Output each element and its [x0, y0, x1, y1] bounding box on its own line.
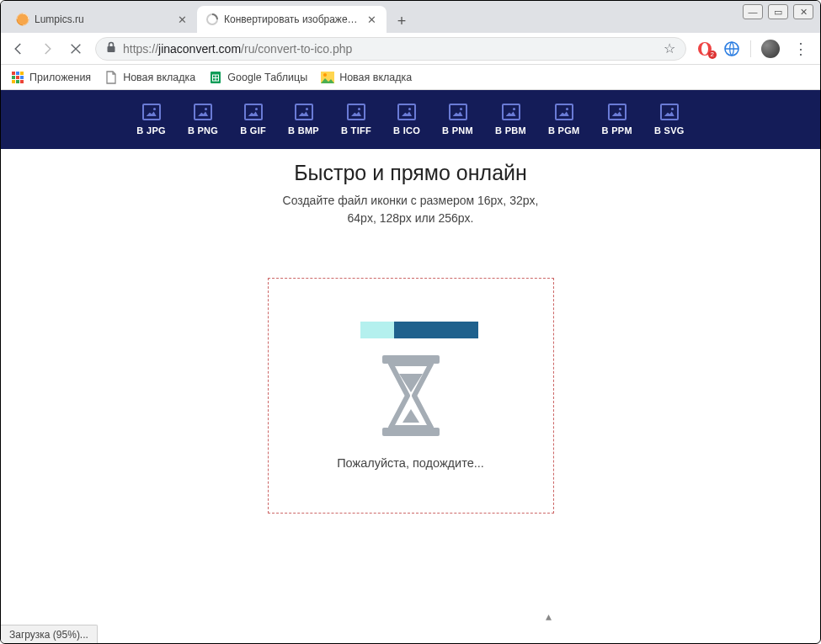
tab-title: Конвертировать изображения в — [224, 13, 360, 25]
format-label: В BMP — [288, 125, 319, 136]
opera-extension-icon[interactable]: 2 — [696, 40, 713, 57]
image-icon — [608, 104, 626, 120]
image-icon — [244, 104, 263, 120]
bookmark-label: Новая вкладка — [339, 72, 412, 83]
lock-icon — [106, 41, 116, 56]
status-bar: Загрузка (95%)... — [1, 625, 98, 643]
picture-icon — [321, 71, 334, 84]
svg-rect-8 — [20, 72, 24, 75]
window-maximize-button[interactable]: ▭ — [768, 4, 788, 19]
image-icon — [194, 104, 212, 120]
format-label: В ICO — [393, 125, 420, 136]
format-nav: В JPG В PNG В GIF В BMP В TIFF В ICO В P… — [1, 90, 820, 149]
format-link-pbm[interactable]: В PBM — [495, 104, 526, 136]
tab-title: Lumpics.ru — [35, 13, 171, 25]
status-text: Загрузка (95%)... — [9, 629, 88, 641]
scroll-hint-icon: ▴ — [546, 609, 552, 623]
svg-rect-2 — [108, 46, 115, 52]
wait-text: Пожалуйста, подождите... — [337, 456, 484, 470]
browser-tab[interactable]: Lumpics.ru ✕ — [8, 6, 197, 33]
address-bar: https://jinaconvert.com/ru/convert-to-ic… — [1, 33, 820, 65]
back-button[interactable] — [9, 40, 28, 58]
page-subhead: Создайте файл иконки с размером 16px, 32… — [1, 192, 820, 227]
format-label: В SVG — [654, 125, 685, 136]
svg-rect-12 — [12, 80, 15, 83]
forward-button — [38, 40, 56, 58]
page-content: В JPG В PNG В GIF В BMP В TIFF В ICO В P… — [1, 90, 820, 626]
bookmark-item[interactable]: Google Таблицы — [209, 71, 307, 84]
omnibox[interactable]: https://jinaconvert.com/ru/convert-to-ic… — [95, 37, 686, 61]
progress-indicator — [344, 322, 478, 338]
format-link-pnm[interactable]: В PNM — [442, 104, 473, 136]
apps-grid-icon — [11, 71, 24, 84]
format-link-tiff[interactable]: В TIFF — [341, 104, 371, 136]
bookmark-item[interactable]: Новая вкладка — [104, 71, 195, 84]
globe-extension-icon[interactable] — [723, 40, 740, 57]
svg-rect-9 — [12, 76, 15, 79]
image-icon — [449, 104, 467, 120]
svg-rect-14 — [20, 80, 24, 83]
bookmark-star-icon[interactable]: ☆ — [664, 40, 675, 56]
image-icon — [295, 104, 313, 120]
format-label: В PBM — [495, 125, 526, 136]
format-link-pgm[interactable]: В PGM — [548, 104, 580, 136]
format-label: В GIF — [240, 125, 266, 136]
format-label: В JPG — [136, 125, 166, 136]
image-icon — [502, 104, 520, 120]
hourglass-icon — [374, 354, 448, 438]
image-icon — [660, 104, 679, 120]
new-tab-button[interactable]: + — [390, 9, 413, 33]
tab-strip: Lumpics.ru ✕ Конвертировать изображения … — [1, 1, 820, 33]
svg-rect-11 — [20, 76, 24, 79]
bookmark-apps[interactable]: Приложения — [11, 71, 91, 84]
browser-tab[interactable]: Конвертировать изображения в ✕ — [197, 6, 387, 33]
format-link-bmp[interactable]: В BMP — [288, 104, 319, 136]
separator — [750, 40, 751, 57]
upload-drop-zone[interactable]: Пожалуйста, подождите... — [268, 278, 554, 514]
format-link-ppm[interactable]: В PPM — [602, 104, 632, 136]
format-label: В PPM — [602, 125, 632, 136]
bookmark-label: Новая вкладка — [123, 72, 195, 83]
format-label: В PNM — [442, 125, 473, 136]
profile-avatar[interactable] — [761, 40, 780, 58]
window-minimize-button[interactable]: — — [743, 4, 763, 19]
format-label: В PGM — [548, 125, 580, 136]
format-link-png[interactable]: В PNG — [188, 104, 218, 136]
url-text: https://jinaconvert.com/ru/convert-to-ic… — [123, 42, 657, 56]
svg-point-4 — [701, 43, 708, 55]
svg-rect-13 — [16, 80, 19, 83]
extension-icons: 2 ⋮ — [696, 40, 812, 58]
bookmark-label: Google Таблицы — [227, 72, 307, 83]
stop-reload-button[interactable] — [67, 40, 85, 58]
loading-spinner-icon — [205, 13, 219, 26]
favicon-lumpics-icon — [16, 13, 29, 26]
format-label: В PNG — [188, 125, 218, 136]
bookmark-label: Приложения — [29, 72, 91, 83]
format-link-jpg[interactable]: В JPG — [136, 104, 166, 136]
format-link-ico[interactable]: В ICO — [393, 104, 420, 136]
window-close-button[interactable]: ✕ — [793, 4, 813, 19]
format-link-gif[interactable]: В GIF — [240, 104, 266, 136]
svg-point-18 — [323, 73, 327, 77]
extension-badge: 2 — [708, 51, 717, 59]
bookmarks-bar: Приложения Новая вкладка Google Таблицы … — [1, 65, 820, 90]
tab-close-icon[interactable]: ✕ — [176, 12, 189, 28]
sheets-icon — [209, 71, 222, 84]
svg-rect-6 — [12, 72, 15, 75]
image-icon — [555, 104, 573, 120]
image-icon — [397, 104, 416, 120]
bookmark-item[interactable]: Новая вкладка — [321, 71, 412, 84]
tab-close-icon[interactable]: ✕ — [365, 12, 378, 28]
image-icon — [347, 104, 365, 120]
image-icon — [142, 104, 161, 120]
page-headline: Быстро и прямо онлайн — [1, 161, 820, 185]
svg-rect-7 — [16, 72, 19, 75]
svg-rect-10 — [16, 76, 19, 79]
format-link-svg[interactable]: В SVG — [654, 104, 685, 136]
page-icon — [104, 71, 118, 84]
browser-menu-button[interactable]: ⋮ — [790, 40, 812, 58]
format-label: В TIFF — [341, 125, 371, 136]
